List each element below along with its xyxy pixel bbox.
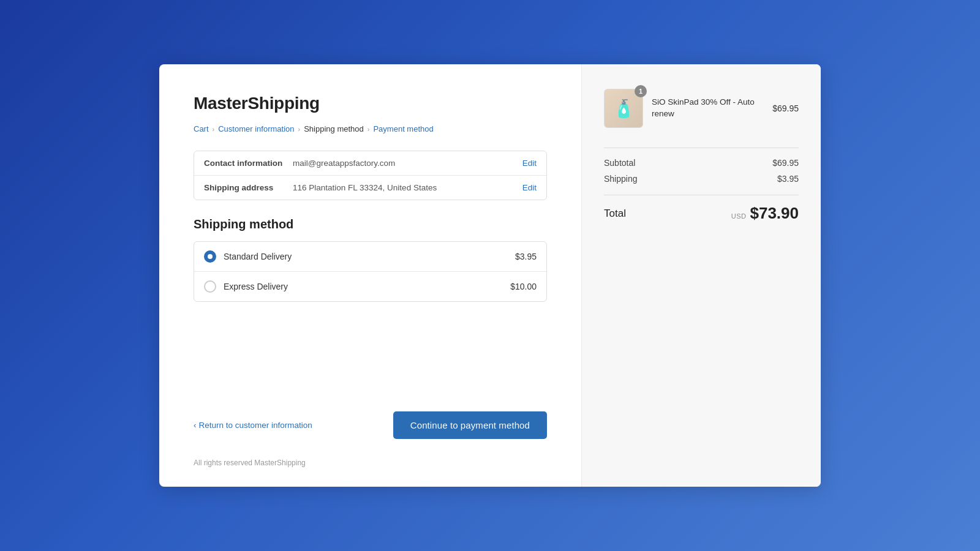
right-panel: 🧴 1 SiO SkinPad 30% Off - Auto renew $69… bbox=[582, 64, 821, 487]
shipping-method-title: Shipping method bbox=[194, 217, 547, 231]
actions-row: ‹ Return to customer information Continu… bbox=[194, 411, 547, 439]
shipping-address-value: 116 Plantation FL 33324, United States bbox=[293, 183, 522, 192]
express-delivery-option[interactable]: Express Delivery $10.00 bbox=[194, 272, 546, 301]
breadcrumb-cart[interactable]: Cart bbox=[194, 124, 209, 133]
left-panel: MasterShipping Cart › Customer informati… bbox=[159, 64, 582, 487]
product-price: $69.95 bbox=[772, 103, 799, 113]
total-currency: USD bbox=[731, 212, 747, 220]
shipping-value: $3.95 bbox=[777, 174, 799, 184]
shipping-address-edit-button[interactable]: Edit bbox=[522, 183, 537, 192]
breadcrumb: Cart › Customer information › Shipping m… bbox=[194, 124, 547, 133]
breadcrumb-sep-1: › bbox=[213, 126, 215, 133]
continue-to-payment-button[interactable]: Continue to payment method bbox=[393, 411, 547, 439]
subtotal-row: Subtotal $69.95 bbox=[604, 158, 799, 168]
shipping-options: Standard Delivery $3.95 Express Delivery… bbox=[194, 241, 547, 302]
shipping-address-label: Shipping address bbox=[204, 183, 293, 192]
store-name: MasterShipping bbox=[194, 94, 547, 113]
express-delivery-label: Express Delivery bbox=[224, 282, 510, 291]
shipping-label: Shipping bbox=[604, 174, 638, 184]
product-badge: 1 bbox=[635, 85, 647, 97]
info-box: Contact information mail@greatappsfactor… bbox=[194, 151, 547, 200]
product-row: 🧴 1 SiO SkinPad 30% Off - Auto renew $69… bbox=[604, 89, 799, 128]
subtotal-label: Subtotal bbox=[604, 158, 635, 168]
breadcrumb-customer-info[interactable]: Customer information bbox=[218, 124, 294, 133]
back-link-label: Return to customer information bbox=[199, 421, 312, 430]
footer-text: All rights reserved MasterShipping bbox=[194, 459, 547, 467]
breadcrumb-shipping-method: Shipping method bbox=[304, 124, 364, 133]
contact-info-label: Contact information bbox=[204, 159, 293, 168]
subtotal-value: $69.95 bbox=[772, 158, 799, 168]
express-delivery-price: $10.00 bbox=[510, 282, 537, 291]
total-label: Total bbox=[604, 208, 626, 220]
contact-info-value: mail@greatappsfactory.com bbox=[293, 159, 522, 168]
checkout-container: MasterShipping Cart › Customer informati… bbox=[159, 64, 821, 487]
express-delivery-radio-dot bbox=[208, 284, 213, 289]
total-amount-wrapper: USD $73.90 bbox=[731, 204, 799, 223]
total-row: Total USD $73.90 bbox=[604, 195, 799, 223]
shipping-row: Shipping $3.95 bbox=[604, 174, 799, 184]
standard-delivery-radio-dot bbox=[208, 254, 213, 259]
breadcrumb-sep-3: › bbox=[368, 126, 370, 133]
standard-delivery-label: Standard Delivery bbox=[224, 252, 515, 261]
breadcrumb-payment-method: Payment method bbox=[373, 124, 433, 133]
product-name: SiO SkinPad 30% Off - Auto renew bbox=[652, 97, 764, 120]
summary-divider bbox=[604, 148, 799, 148]
standard-delivery-radio[interactable] bbox=[204, 250, 216, 263]
total-amount: $73.90 bbox=[750, 204, 799, 223]
standard-delivery-price: $3.95 bbox=[515, 252, 537, 261]
product-image-wrapper: 🧴 1 bbox=[604, 89, 643, 128]
standard-delivery-option[interactable]: Standard Delivery $3.95 bbox=[194, 242, 546, 272]
back-chevron-icon: ‹ bbox=[194, 421, 197, 430]
contact-info-row: Contact information mail@greatappsfactor… bbox=[194, 151, 546, 176]
express-delivery-radio[interactable] bbox=[204, 280, 216, 293]
back-to-customer-info-button[interactable]: ‹ Return to customer information bbox=[194, 421, 312, 430]
breadcrumb-sep-2: › bbox=[298, 126, 301, 133]
shipping-address-row: Shipping address 116 Plantation FL 33324… bbox=[194, 176, 546, 200]
contact-info-edit-button[interactable]: Edit bbox=[522, 159, 537, 168]
